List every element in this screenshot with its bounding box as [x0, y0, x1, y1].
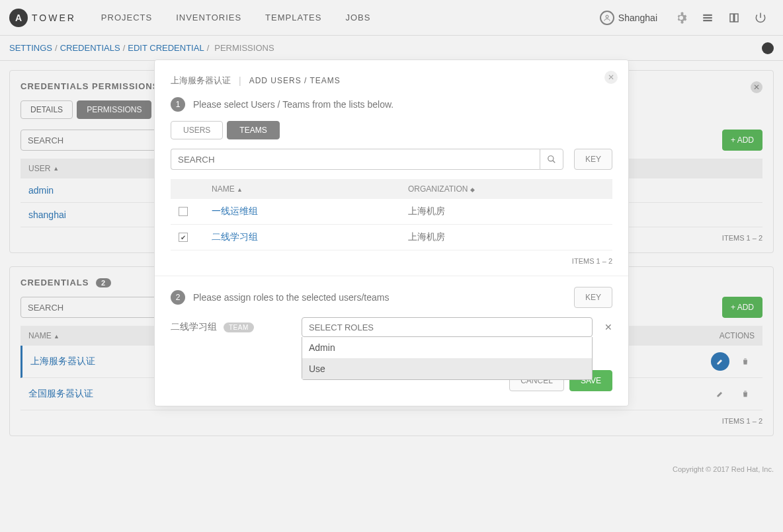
items-count: ITEMS 1 – 2 — [171, 257, 612, 265]
svg-point-4 — [548, 156, 554, 161]
step-2-text: Please assign roles to the selected user… — [193, 292, 390, 303]
search-icon[interactable] — [540, 149, 563, 170]
team-badge: TEAM — [224, 323, 254, 332]
team-checkbox[interactable] — [179, 207, 188, 216]
team-org: 上海机房 — [408, 231, 604, 243]
name-column-header[interactable]: NAME ▲ — [212, 184, 408, 194]
selected-team-name: 二线学习组 — [171, 321, 217, 333]
key-button[interactable]: KEY — [574, 287, 612, 308]
chip-users[interactable]: USERS — [171, 121, 223, 139]
step-2-badge: 2 — [171, 290, 185, 305]
close-icon[interactable]: ✕ — [604, 71, 618, 84]
role-select-input[interactable] — [302, 317, 593, 337]
org-header-label: ORGANIZATION — [408, 184, 468, 194]
modal-subtitle: ADD USERS / TEAMS — [249, 76, 341, 85]
name-header-label: NAME — [212, 184, 235, 194]
team-org: 上海机房 — [408, 206, 604, 217]
team-name-link[interactable]: 一线运维组 — [212, 206, 408, 217]
team-name-link[interactable]: 二线学习组 — [212, 231, 408, 243]
sort-asc-icon: ▲ — [237, 186, 243, 193]
sort-icon: ◆ — [470, 186, 475, 193]
modal-credential-name: 上海服务器认证 — [171, 75, 231, 87]
modal-title-sep: | — [239, 75, 241, 86]
role-option-use[interactable]: Use — [302, 358, 592, 379]
chip-teams[interactable]: TEAMS — [227, 121, 279, 139]
step-1-text: Please select Users / Teams from the lis… — [193, 99, 393, 110]
role-dropdown: Admin Use — [302, 337, 593, 380]
team-row: ✔ 二线学习组 上海机房 — [171, 225, 612, 250]
key-button[interactable]: KEY — [574, 149, 612, 170]
modal-search-input[interactable] — [171, 149, 540, 170]
step-1-badge: 1 — [171, 97, 185, 112]
add-users-teams-modal: ✕ 上海服务器认证 | ADD USERS / TEAMS 1 Please s… — [154, 59, 629, 406]
role-option-admin[interactable]: Admin — [302, 337, 592, 358]
remove-selected-icon[interactable]: ✕ — [604, 322, 612, 332]
team-row: 一线运维组 上海机房 — [171, 199, 612, 225]
team-checkbox[interactable]: ✔ — [179, 233, 188, 242]
modal-backdrop: ✕ 上海服务器认证 | ADD USERS / TEAMS 1 Please s… — [0, 0, 783, 480]
org-column-header[interactable]: ORGANIZATION ◆ — [408, 184, 604, 194]
